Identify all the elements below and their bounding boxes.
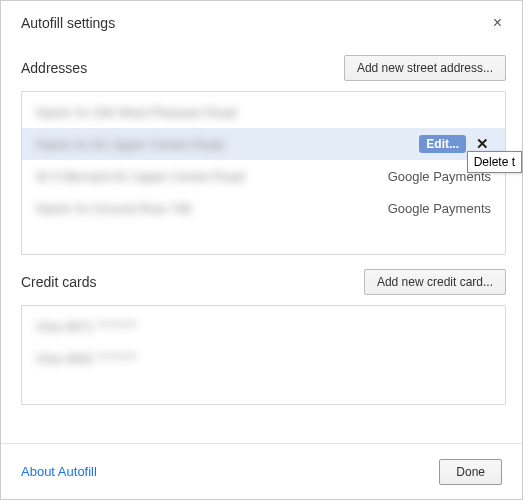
address-label: Name Xx Ground Row 746 (36, 201, 388, 216)
address-row[interactable]: Name Xx Ground Row 746 Google Payments (22, 192, 505, 224)
done-button[interactable]: Done (439, 459, 502, 485)
dialog-header: Autofill settings × (1, 1, 522, 37)
address-label: W S Bernard 91 Upper Centre Road (36, 169, 388, 184)
card-row[interactable]: Visa 4002 ******** (22, 342, 505, 374)
cards-list: Visa 4871 ******** Visa 4002 ******** (21, 305, 506, 405)
about-autofill-link[interactable]: About Autofill (21, 464, 97, 479)
address-label: Name Xx 91 Upper Centre Road (36, 137, 419, 152)
address-row[interactable]: Name Xx 294 West Pleasant Road (22, 96, 505, 128)
addresses-heading: Addresses (21, 60, 87, 76)
address-row[interactable]: W S Bernard 91 Upper Centre Road Google … (22, 160, 505, 192)
card-label: Visa 4002 ******** (36, 351, 491, 366)
cards-section-header: Credit cards Add new credit card... (21, 269, 506, 295)
cards-heading: Credit cards (21, 274, 96, 290)
edit-address-button[interactable]: Edit... (419, 135, 466, 153)
add-card-button[interactable]: Add new credit card... (364, 269, 506, 295)
card-row[interactable]: Visa 4871 ******** (22, 310, 505, 342)
add-address-button[interactable]: Add new street address... (344, 55, 506, 81)
dialog-content-scroll[interactable]: Addresses Add new street address... Name… (1, 41, 522, 443)
dialog-title: Autofill settings (21, 15, 115, 31)
dialog-footer: About Autofill Done (1, 443, 522, 499)
card-label: Visa 4871 ******** (36, 319, 491, 334)
autofill-settings-dialog: Autofill settings × Addresses Add new st… (0, 0, 523, 500)
address-label: Name Xx 294 West Pleasant Road (36, 105, 491, 120)
close-icon[interactable]: × (489, 15, 506, 31)
delete-tooltip: Delete t (467, 151, 522, 173)
scroll-spacer (21, 415, 506, 443)
addresses-list: Name Xx 294 West Pleasant Road Name Xx 9… (21, 91, 506, 255)
address-source: Google Payments (388, 201, 491, 216)
addresses-section-header: Addresses Add new street address... (21, 55, 506, 81)
address-row[interactable]: Name Xx 91 Upper Centre Road Edit... ✕ (22, 128, 505, 160)
